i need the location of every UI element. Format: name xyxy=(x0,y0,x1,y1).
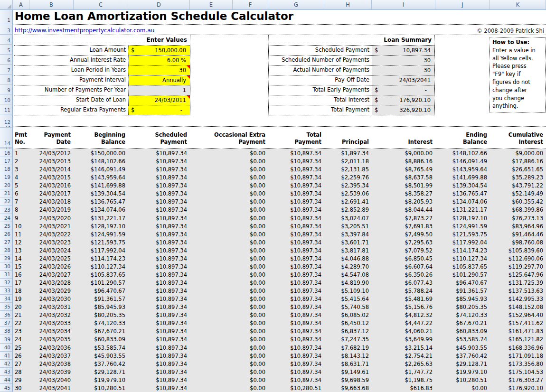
table-cell[interactable]: $0.00 xyxy=(190,165,268,173)
column-header-d[interactable]: D xyxy=(128,0,190,10)
table-cell[interactable]: 24/03/2041 xyxy=(29,384,74,392)
table-cell[interactable]: $8,631.71 xyxy=(324,360,372,368)
website-link[interactable]: http://www.investmentpropertycalculator.… xyxy=(15,27,154,34)
table-cell[interactable]: 24/03/2030 xyxy=(29,295,74,303)
table-cell[interactable]: $19,979.10 xyxy=(74,376,128,384)
table-cell[interactable]: 3 xyxy=(13,165,29,173)
table-cell[interactable]: $0.00 xyxy=(190,238,268,246)
table-cell[interactable]: 24/03/2019 xyxy=(29,205,74,214)
table-cell[interactable]: $168,336.96 xyxy=(490,344,546,352)
table-cell[interactable]: 24/03/2022 xyxy=(29,230,74,238)
table-cell[interactable]: $148,102.66 xyxy=(74,157,128,165)
table-cell[interactable]: 13 xyxy=(13,246,29,254)
table-cell[interactable]: $60,833.09 xyxy=(74,335,128,343)
table-cell[interactable]: $0.00 xyxy=(190,222,268,230)
table-cell[interactable]: $0.00 xyxy=(190,230,268,238)
table-cell[interactable]: $10,897.34 xyxy=(128,222,190,230)
table-cell[interactable]: 15 xyxy=(13,262,29,271)
table-cell[interactable]: $10,897.34 xyxy=(268,205,324,214)
table-cell[interactable]: $176,920.10 xyxy=(490,384,546,392)
row-header-32[interactable]: 32 xyxy=(0,279,13,287)
table-cell[interactable]: $143,959.64 xyxy=(74,173,128,181)
table-cell[interactable]: $121,593.75 xyxy=(74,238,128,246)
table-cell[interactable]: 2 xyxy=(13,157,29,165)
row-header-29[interactable]: 29 xyxy=(0,254,13,262)
table-cell[interactable]: $1,198.75 xyxy=(372,376,435,384)
table-cell[interactable]: $134,074.06 xyxy=(435,197,490,205)
table-cell[interactable]: $125,647.96 xyxy=(490,271,546,279)
table-cell[interactable]: $105,839.60 xyxy=(490,246,546,254)
cell-pay-off-date[interactable]: 24/03/2041 xyxy=(372,75,434,85)
table-cell[interactable]: $114,174.23 xyxy=(74,254,128,262)
table-cell[interactable]: 24/03/2036 xyxy=(29,344,74,352)
table-cell[interactable]: $10,897.34 xyxy=(268,246,324,254)
table-cell[interactable]: $2,852.89 xyxy=(324,205,372,214)
table-cell[interactable]: $53,585.74 xyxy=(435,335,490,343)
table-cell[interactable]: $4,547.08 xyxy=(324,271,372,279)
table-cell[interactable]: $0.00 xyxy=(190,295,268,303)
table-cell[interactable]: $6,085.02 xyxy=(324,311,372,319)
table-cell[interactable]: $10,897.34 xyxy=(268,287,324,295)
table-cell[interactable]: $137,513.63 xyxy=(490,287,546,295)
table-cell[interactable]: $10,897.34 xyxy=(268,271,324,279)
table-cell[interactable]: $10,897.34 xyxy=(128,271,190,279)
table-cell[interactable]: $29,128.71 xyxy=(74,368,128,376)
table-cell[interactable]: $0.00 xyxy=(190,327,268,335)
table-cell[interactable]: $0.00 xyxy=(190,214,268,222)
column-header-f[interactable]: F xyxy=(233,0,268,10)
table-cell[interactable]: $10,897.34 xyxy=(268,254,324,262)
cell-loan-period-in-years[interactable]: 30 xyxy=(128,65,190,75)
table-cell[interactable]: 5 xyxy=(13,181,29,189)
table-cell[interactable]: 24/03/2031 xyxy=(29,303,74,311)
row-header-36[interactable]: 36 xyxy=(0,311,13,319)
table-cell[interactable]: $141,699.88 xyxy=(74,181,128,189)
row-header-39[interactable]: 39 xyxy=(0,335,13,343)
table-cell[interactable]: $10,897.34 xyxy=(268,352,324,360)
table-cell[interactable]: $98,760.08 xyxy=(490,238,546,246)
table-cell[interactable]: 17 xyxy=(13,279,29,287)
table-cell[interactable]: $6,077.43 xyxy=(372,279,435,287)
table-cell[interactable]: $110,127.34 xyxy=(435,254,490,262)
table-cell[interactable]: 24/03/2017 xyxy=(29,189,74,197)
table-cell[interactable]: $119,297.70 xyxy=(490,262,546,271)
table-header-cell[interactable]: TotalPayment xyxy=(268,128,324,148)
table-header-cell[interactable]: BeginningBalance xyxy=(74,128,128,148)
table-cell[interactable]: $52,149.49 xyxy=(490,189,546,197)
row-header-45[interactable]: 45 xyxy=(0,384,13,392)
table-cell[interactable]: $0.00 xyxy=(190,303,268,311)
table-header-cell[interactable]: Principal xyxy=(324,128,372,148)
table-cell[interactable]: 24/03/2033 xyxy=(29,319,74,327)
table-cell[interactable]: $10,280.51 xyxy=(435,376,490,384)
table-cell[interactable]: $148,102.66 xyxy=(435,149,490,157)
table-cell[interactable]: $96,470.67 xyxy=(435,279,490,287)
row-header-5[interactable]: 5 xyxy=(0,45,13,55)
table-cell[interactable]: $176,303.27 xyxy=(490,376,546,384)
table-cell[interactable]: $6,607.64 xyxy=(372,262,435,271)
table-cell[interactable]: 24/03/2038 xyxy=(29,360,74,368)
table-cell[interactable]: $175,104.53 xyxy=(490,368,546,376)
table-cell[interactable]: $45,903.55 xyxy=(74,352,128,360)
table-cell[interactable]: $85,945.93 xyxy=(435,295,490,303)
table-cell[interactable]: $117,992.04 xyxy=(435,238,490,246)
table-cell[interactable]: $91,464.46 xyxy=(490,230,546,238)
table-cell[interactable]: $4,289.70 xyxy=(324,262,372,271)
table-cell[interactable]: $6,837.12 xyxy=(324,327,372,335)
table-cell[interactable]: $10,897.34 xyxy=(128,319,190,327)
row-header-16[interactable]: 16 xyxy=(0,149,13,157)
table-cell[interactable]: $0.00 xyxy=(190,197,268,205)
row-header-4[interactable]: 4 xyxy=(0,35,13,45)
table-cell[interactable]: $10,897.34 xyxy=(268,230,324,238)
table-cell[interactable]: 24/03/2021 xyxy=(29,222,74,230)
row-header-26[interactable]: 26 xyxy=(0,230,13,238)
table-cell[interactable]: $5,415.64 xyxy=(324,295,372,303)
table-cell[interactable]: $2,395.34 xyxy=(324,181,372,189)
table-cell[interactable]: $3,215.14 xyxy=(372,344,435,352)
table-cell[interactable]: $10,897.34 xyxy=(268,344,324,352)
cell-total-early-payments[interactable]: $- xyxy=(372,85,434,95)
table-cell[interactable]: $173,356.80 xyxy=(490,360,546,368)
table-cell[interactable]: $10,897.34 xyxy=(128,165,190,173)
table-cell[interactable]: $74,120.33 xyxy=(435,311,490,319)
table-cell[interactable]: $17,886.16 xyxy=(490,157,546,165)
select-all-corner[interactable] xyxy=(0,0,13,10)
table-cell[interactable]: 23 xyxy=(13,327,29,335)
